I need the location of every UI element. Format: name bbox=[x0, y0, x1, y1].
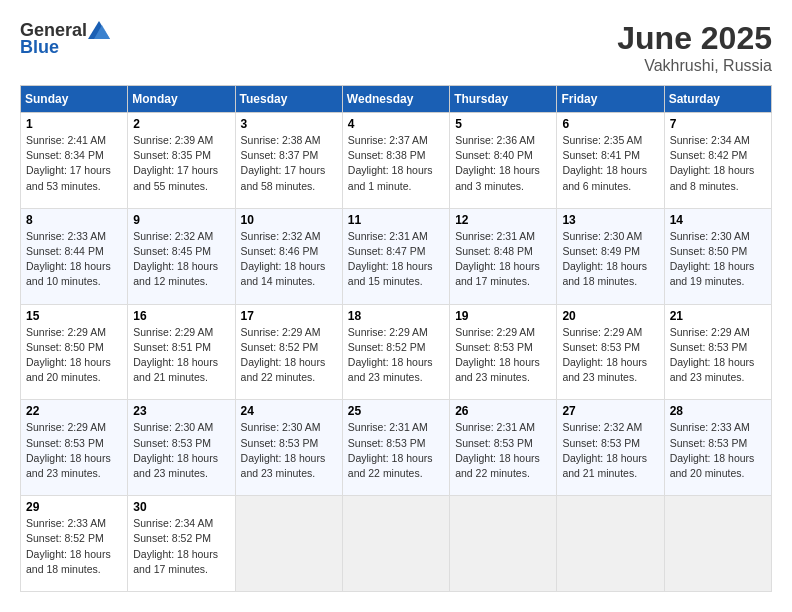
day-info: Sunrise: 2:29 AMSunset: 8:53 PMDaylight:… bbox=[562, 326, 647, 384]
month-title: June 2025 bbox=[617, 20, 772, 57]
logo-blue: Blue bbox=[20, 37, 59, 58]
table-row: 11 Sunrise: 2:31 AMSunset: 8:47 PMDaylig… bbox=[342, 208, 449, 304]
table-row: 10 Sunrise: 2:32 AMSunset: 8:46 PMDaylig… bbox=[235, 208, 342, 304]
table-row: 28 Sunrise: 2:33 AMSunset: 8:53 PMDaylig… bbox=[664, 400, 771, 496]
day-number: 4 bbox=[348, 117, 444, 131]
table-row: 20 Sunrise: 2:29 AMSunset: 8:53 PMDaylig… bbox=[557, 304, 664, 400]
col-monday: Monday bbox=[128, 86, 235, 113]
col-wednesday: Wednesday bbox=[342, 86, 449, 113]
day-info: Sunrise: 2:32 AMSunset: 8:45 PMDaylight:… bbox=[133, 230, 218, 288]
day-number: 29 bbox=[26, 500, 122, 514]
day-info: Sunrise: 2:36 AMSunset: 8:40 PMDaylight:… bbox=[455, 134, 540, 192]
col-sunday: Sunday bbox=[21, 86, 128, 113]
table-row: 4 Sunrise: 2:37 AMSunset: 8:38 PMDayligh… bbox=[342, 113, 449, 209]
day-number: 26 bbox=[455, 404, 551, 418]
day-number: 17 bbox=[241, 309, 337, 323]
table-row: 9 Sunrise: 2:32 AMSunset: 8:45 PMDayligh… bbox=[128, 208, 235, 304]
day-number: 30 bbox=[133, 500, 229, 514]
location-title: Vakhrushi, Russia bbox=[617, 57, 772, 75]
table-row: 12 Sunrise: 2:31 AMSunset: 8:48 PMDaylig… bbox=[450, 208, 557, 304]
table-row: 23 Sunrise: 2:30 AMSunset: 8:53 PMDaylig… bbox=[128, 400, 235, 496]
day-number: 27 bbox=[562, 404, 658, 418]
day-number: 1 bbox=[26, 117, 122, 131]
day-info: Sunrise: 2:31 AMSunset: 8:48 PMDaylight:… bbox=[455, 230, 540, 288]
day-number: 23 bbox=[133, 404, 229, 418]
table-row: 17 Sunrise: 2:29 AMSunset: 8:52 PMDaylig… bbox=[235, 304, 342, 400]
table-row: 21 Sunrise: 2:29 AMSunset: 8:53 PMDaylig… bbox=[664, 304, 771, 400]
title-block: June 2025 Vakhrushi, Russia bbox=[617, 20, 772, 75]
table-row: 24 Sunrise: 2:30 AMSunset: 8:53 PMDaylig… bbox=[235, 400, 342, 496]
table-row: 16 Sunrise: 2:29 AMSunset: 8:51 PMDaylig… bbox=[128, 304, 235, 400]
page: General Blue June 2025 Vakhrushi, Russia… bbox=[0, 0, 792, 612]
day-info: Sunrise: 2:29 AMSunset: 8:53 PMDaylight:… bbox=[455, 326, 540, 384]
day-number: 3 bbox=[241, 117, 337, 131]
table-row: 13 Sunrise: 2:30 AMSunset: 8:49 PMDaylig… bbox=[557, 208, 664, 304]
table-row: 1 Sunrise: 2:41 AMSunset: 8:34 PMDayligh… bbox=[21, 113, 128, 209]
day-info: Sunrise: 2:29 AMSunset: 8:53 PMDaylight:… bbox=[26, 421, 111, 479]
day-info: Sunrise: 2:29 AMSunset: 8:51 PMDaylight:… bbox=[133, 326, 218, 384]
col-thursday: Thursday bbox=[450, 86, 557, 113]
day-number: 11 bbox=[348, 213, 444, 227]
day-info: Sunrise: 2:29 AMSunset: 8:53 PMDaylight:… bbox=[670, 326, 755, 384]
day-info: Sunrise: 2:33 AMSunset: 8:44 PMDaylight:… bbox=[26, 230, 111, 288]
day-info: Sunrise: 2:30 AMSunset: 8:53 PMDaylight:… bbox=[133, 421, 218, 479]
day-number: 21 bbox=[670, 309, 766, 323]
table-row: 27 Sunrise: 2:32 AMSunset: 8:53 PMDaylig… bbox=[557, 400, 664, 496]
day-number: 18 bbox=[348, 309, 444, 323]
day-info: Sunrise: 2:31 AMSunset: 8:53 PMDaylight:… bbox=[455, 421, 540, 479]
day-info: Sunrise: 2:32 AMSunset: 8:53 PMDaylight:… bbox=[562, 421, 647, 479]
day-number: 5 bbox=[455, 117, 551, 131]
day-number: 14 bbox=[670, 213, 766, 227]
table-row: 8 Sunrise: 2:33 AMSunset: 8:44 PMDayligh… bbox=[21, 208, 128, 304]
table-row: 26 Sunrise: 2:31 AMSunset: 8:53 PMDaylig… bbox=[450, 400, 557, 496]
day-number: 28 bbox=[670, 404, 766, 418]
calendar-header-row: Sunday Monday Tuesday Wednesday Thursday… bbox=[21, 86, 772, 113]
day-info: Sunrise: 2:30 AMSunset: 8:53 PMDaylight:… bbox=[241, 421, 326, 479]
table-row: 7 Sunrise: 2:34 AMSunset: 8:42 PMDayligh… bbox=[664, 113, 771, 209]
table-row: 18 Sunrise: 2:29 AMSunset: 8:52 PMDaylig… bbox=[342, 304, 449, 400]
table-row: 29 Sunrise: 2:33 AMSunset: 8:52 PMDaylig… bbox=[21, 496, 128, 592]
table-row: 6 Sunrise: 2:35 AMSunset: 8:41 PMDayligh… bbox=[557, 113, 664, 209]
day-number: 13 bbox=[562, 213, 658, 227]
day-number: 19 bbox=[455, 309, 551, 323]
day-info: Sunrise: 2:32 AMSunset: 8:46 PMDaylight:… bbox=[241, 230, 326, 288]
day-info: Sunrise: 2:30 AMSunset: 8:50 PMDaylight:… bbox=[670, 230, 755, 288]
day-number: 15 bbox=[26, 309, 122, 323]
day-info: Sunrise: 2:31 AMSunset: 8:47 PMDaylight:… bbox=[348, 230, 433, 288]
day-number: 20 bbox=[562, 309, 658, 323]
table-row: 30 Sunrise: 2:34 AMSunset: 8:52 PMDaylig… bbox=[128, 496, 235, 592]
table-row bbox=[342, 496, 449, 592]
day-number: 12 bbox=[455, 213, 551, 227]
day-number: 10 bbox=[241, 213, 337, 227]
day-info: Sunrise: 2:33 AMSunset: 8:52 PMDaylight:… bbox=[26, 517, 111, 575]
day-number: 22 bbox=[26, 404, 122, 418]
table-row bbox=[450, 496, 557, 592]
day-info: Sunrise: 2:41 AMSunset: 8:34 PMDaylight:… bbox=[26, 134, 111, 192]
day-info: Sunrise: 2:39 AMSunset: 8:35 PMDaylight:… bbox=[133, 134, 218, 192]
day-number: 2 bbox=[133, 117, 229, 131]
table-row bbox=[557, 496, 664, 592]
table-row: 5 Sunrise: 2:36 AMSunset: 8:40 PMDayligh… bbox=[450, 113, 557, 209]
day-info: Sunrise: 2:33 AMSunset: 8:53 PMDaylight:… bbox=[670, 421, 755, 479]
logo: General Blue bbox=[20, 20, 110, 58]
day-info: Sunrise: 2:29 AMSunset: 8:50 PMDaylight:… bbox=[26, 326, 111, 384]
day-info: Sunrise: 2:34 AMSunset: 8:42 PMDaylight:… bbox=[670, 134, 755, 192]
day-number: 6 bbox=[562, 117, 658, 131]
table-row: 2 Sunrise: 2:39 AMSunset: 8:35 PMDayligh… bbox=[128, 113, 235, 209]
day-number: 24 bbox=[241, 404, 337, 418]
day-info: Sunrise: 2:37 AMSunset: 8:38 PMDaylight:… bbox=[348, 134, 433, 192]
day-info: Sunrise: 2:29 AMSunset: 8:52 PMDaylight:… bbox=[348, 326, 433, 384]
table-row: 19 Sunrise: 2:29 AMSunset: 8:53 PMDaylig… bbox=[450, 304, 557, 400]
header: General Blue June 2025 Vakhrushi, Russia bbox=[20, 20, 772, 75]
day-info: Sunrise: 2:30 AMSunset: 8:49 PMDaylight:… bbox=[562, 230, 647, 288]
day-number: 25 bbox=[348, 404, 444, 418]
table-row: 25 Sunrise: 2:31 AMSunset: 8:53 PMDaylig… bbox=[342, 400, 449, 496]
table-row: 22 Sunrise: 2:29 AMSunset: 8:53 PMDaylig… bbox=[21, 400, 128, 496]
table-row: 15 Sunrise: 2:29 AMSunset: 8:50 PMDaylig… bbox=[21, 304, 128, 400]
day-info: Sunrise: 2:31 AMSunset: 8:53 PMDaylight:… bbox=[348, 421, 433, 479]
day-info: Sunrise: 2:34 AMSunset: 8:52 PMDaylight:… bbox=[133, 517, 218, 575]
day-info: Sunrise: 2:29 AMSunset: 8:52 PMDaylight:… bbox=[241, 326, 326, 384]
table-row: 14 Sunrise: 2:30 AMSunset: 8:50 PMDaylig… bbox=[664, 208, 771, 304]
table-row bbox=[235, 496, 342, 592]
day-number: 8 bbox=[26, 213, 122, 227]
